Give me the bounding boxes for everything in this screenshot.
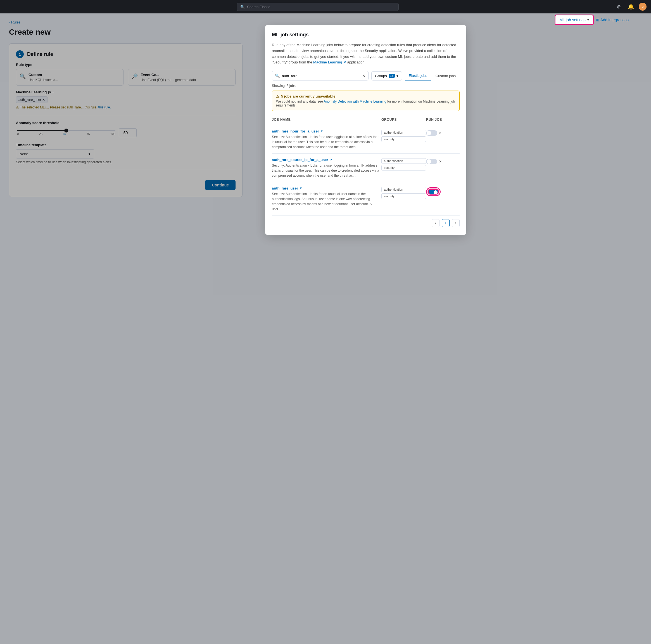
tag-security: security — [381, 165, 426, 171]
job1-desc: Security: Authentication - looks for a u… — [272, 135, 381, 150]
clear-search-icon[interactable]: ✕ — [362, 74, 366, 78]
groups-count: 16 — [389, 74, 395, 78]
job2-remove-icon[interactable]: ✕ — [439, 159, 442, 164]
job3-link[interactable]: auth_rare_user ↗ — [272, 186, 381, 191]
job1-link[interactable]: auth_rare_hour_for_a_user ↗ — [272, 129, 381, 133]
external-link-icon: ↗ — [320, 129, 323, 133]
tab-buttons: Elastic jobs Custom jobs — [405, 71, 460, 81]
search-icon: 🔍 — [275, 74, 280, 78]
showing-text: Showing: 3 jobs — [272, 84, 460, 88]
add-integrations-label: Add integrations — [600, 18, 629, 22]
job1-run: ✕ — [426, 129, 460, 136]
help-icon[interactable]: ⊕ — [614, 2, 623, 11]
elastic-jobs-tab[interactable]: Elastic jobs — [405, 71, 431, 81]
warning-banner-title: ⚠ 5 jobs are currently unavailable — [276, 94, 456, 98]
add-integrations-button[interactable]: ⊞ Add integrations — [596, 18, 629, 22]
groups-button[interactable]: Groups 16 ▾ — [371, 71, 402, 81]
jobs-table-header: Job name Groups Run job — [272, 115, 460, 124]
search-bar[interactable]: 🔍 Search Elastic — [237, 3, 399, 11]
job3-desc: Security: Authentication - looks for an … — [272, 192, 381, 208]
job3-toggle-wrapper — [426, 187, 441, 196]
warning-banner-desc: We could not find any data, see Anomaly … — [276, 99, 456, 107]
job3-run — [426, 186, 460, 196]
job3-info: auth_rare_user ↗ Security: Authenticatio… — [272, 186, 381, 208]
col-run-job: Run job — [426, 118, 460, 122]
tag-authentication: authentication — [381, 158, 426, 164]
ml-job-settings-modal: ML job settings Run any of the Machine L… — [265, 25, 466, 208]
groups-label: Groups — [375, 74, 387, 78]
job1-tags: authentication security — [381, 129, 426, 142]
job1-toggle[interactable] — [426, 130, 437, 136]
chevron-down-icon: ▾ — [397, 74, 398, 78]
job2-tags: authentication security — [381, 158, 426, 171]
notifications-icon[interactable]: 🔔 — [626, 2, 636, 11]
warning-banner: ⚠ 5 jobs are currently unavailable We co… — [272, 91, 460, 111]
col-job-name: Job name — [272, 118, 381, 122]
table-row: auth_rare_user ↗ Security: Authenticatio… — [272, 182, 460, 208]
nav-icons: ⊕ 🔔 e — [614, 2, 647, 11]
job3-toggle[interactable] — [428, 189, 439, 195]
modal-title: ML job settings — [272, 32, 460, 38]
top-nav: 🔍 Search Elastic ⊕ 🔔 e — [0, 0, 651, 13]
avatar[interactable]: e — [639, 3, 647, 11]
search-icon: 🔍 — [240, 5, 245, 9]
tag-security: security — [381, 137, 426, 142]
job2-run: ✕ — [426, 158, 460, 164]
modal-description: Run any of the Machine Learning jobs bel… — [272, 42, 460, 65]
jobs-table: Job name Groups Run job auth_rare_hour_f… — [272, 115, 460, 208]
job1-remove-icon[interactable]: ✕ — [439, 131, 442, 135]
external-link-icon: ↗ — [299, 186, 302, 190]
table-row: auth_rare_source_ip_for_a_user ↗ Securit… — [272, 154, 460, 182]
machine-learning-link[interactable]: Machine Learning ↗ — [313, 60, 347, 64]
tag-authentication: authentication — [381, 130, 426, 135]
job2-link[interactable]: auth_rare_source_ip_for_a_user ↗ — [272, 158, 381, 162]
jobs-search-input[interactable] — [282, 74, 360, 78]
chevron-down-icon: ▾ — [587, 18, 589, 22]
ml-btn-container: ML job settings ▾ ⊞ Add integrations — [555, 14, 629, 25]
job2-desc: Security: Authentication - looks for a u… — [272, 163, 381, 178]
ml-settings-label: ML job settings — [559, 18, 586, 22]
modal-search-row: 🔍 ✕ Groups 16 ▾ Elastic jobs Custom jobs — [272, 71, 460, 81]
job1-info: auth_rare_hour_for_a_user ↗ Security: Au… — [272, 129, 381, 150]
search-placeholder: Search Elastic — [247, 5, 270, 9]
job2-toggle[interactable] — [426, 159, 437, 164]
job3-tags: authentication security — [381, 186, 426, 199]
grid-icon: ⊞ — [596, 18, 599, 22]
job2-info: auth_rare_source_ip_for_a_user ↗ Securit… — [272, 158, 381, 178]
anomaly-detection-link[interactable]: Anomaly Detection with Machine Learning — [324, 99, 386, 104]
tag-authentication: authentication — [381, 187, 426, 192]
tag-security: security — [381, 194, 426, 199]
ml-job-settings-button[interactable]: ML job settings ▾ — [555, 14, 594, 25]
warning-triangle-icon: ⚠ — [276, 94, 279, 98]
table-row: auth_rare_hour_for_a_user ↗ Security: Au… — [272, 125, 460, 154]
external-link-icon: ↗ — [330, 158, 332, 162]
col-groups: Groups — [381, 118, 426, 122]
modal-search-container: 🔍 ✕ — [272, 71, 369, 81]
custom-jobs-tab[interactable]: Custom jobs — [432, 71, 460, 81]
